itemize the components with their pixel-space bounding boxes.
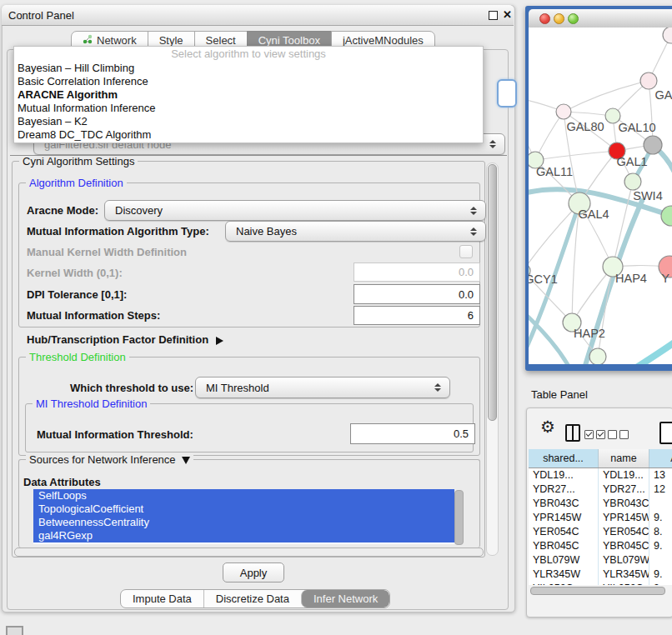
algorithm-option[interactable]: ARACNE Algorithm [14,88,483,102]
zoom-traffic-light[interactable] [568,13,579,24]
unchecked-columns-icon[interactable] [608,430,629,439]
aracne-mode-label: Aracne Mode: [27,204,98,217]
table-row[interactable]: YIL052CYIL052C9. [529,582,672,585]
combo-stepper-icon [470,207,477,215]
table-cell: 9. [649,568,672,582]
node-hap2-label: HAP2 [574,327,605,340]
attribute-item[interactable]: BetweennessCentrality [33,516,454,529]
apply-button[interactable]: Apply [223,562,284,582]
minimize-traffic-light[interactable] [554,13,564,24]
node-gal-partial[interactable] [640,72,657,89]
table-cell: YBL079W [529,553,599,568]
table-row[interactable]: YLR345WYLR345W9. [529,568,672,582]
attributes-list-scrollbar[interactable] [454,490,464,545]
table-cell: YBR045C [529,539,599,553]
hub-definition-toggle[interactable]: Hub/Transcription Factor Definition [27,333,223,346]
attribute-item[interactable]: TopologicalCoefficient [33,502,454,516]
column-header[interactable]: name [599,449,649,468]
column-header[interactable]: A [649,449,672,468]
column-header[interactable]: shared... [529,449,599,468]
table-cell: YLR345W [529,568,599,582]
table-cell: YBL079W [599,553,649,568]
table-row[interactable]: YDL19...YDL19...13 [529,468,672,482]
mi-steps-field[interactable]: 6 [354,306,480,325]
node-swi4[interactable] [624,173,641,190]
gear-icon[interactable]: ⚙ [540,417,555,437]
focused-field-partial[interactable] [497,79,517,108]
node-gal80-label: GAL80 [566,120,604,133]
table-panel-window: ⚙ shared...nameA YDL19...YDL19...13YDR27… [526,408,672,618]
table-header: shared...nameA [529,449,672,468]
table-cell: YDR27... [529,482,599,497]
table-row[interactable]: YER054CYER054C8. [529,525,672,539]
table-row[interactable]: YBR045CYBR045C9. [529,539,672,553]
dpi-tolerance-field[interactable]: 0.0 [354,284,480,304]
tab-infer-network[interactable]: Infer Network [301,590,389,608]
node-gal80[interactable] [556,104,571,119]
mi-threshold-value: 0.5 [454,428,469,440]
node-bottom-partial[interactable] [589,348,606,364]
table-cell: YPR145W [599,511,649,525]
table-cell: 9. [649,511,672,525]
table-cell: YBR043C [599,497,649,511]
network-edge[interactable] [535,151,617,160]
settings-scrollbar-thumb[interactable] [488,164,497,421]
close-traffic-light[interactable] [539,13,550,24]
table-row[interactable]: YPR145WYPR145W9. [529,511,672,525]
mi-threshold-field[interactable]: 0.5 [350,423,475,444]
network-edge[interactable] [564,81,649,112]
algorithm-option[interactable]: Mutual Information Inference [14,102,483,115]
table-cell: 13 [649,468,672,482]
table-row[interactable]: YDR27...YDR27...12 [529,482,672,497]
table-row[interactable]: YBR043CYBR043C [529,497,672,511]
hub-definition-label: Hub/Transcription Factor Definition [27,333,208,346]
column-layout-icon[interactable] [565,424,580,442]
mi-type-select[interactable]: Naive Bayes [225,221,486,242]
table-cell: YIL052C [599,582,649,585]
node-gray[interactable] [644,136,662,154]
table-row[interactable]: YBL079WYBL079W [529,553,672,568]
algorithm-option[interactable]: Dream8 DC_TDC Algorithm [14,128,483,142]
tab-discretize-data[interactable]: Discretize Data [203,590,301,608]
node-salmon-label: Y [661,272,669,285]
group-title: Cyni Algorithm Settings [19,155,138,168]
algorithm-option[interactable]: Bayesian – Hill Climbing [14,62,483,75]
network-edge[interactable] [617,342,672,364]
expand-right-icon [216,337,223,345]
checked-columns-icon[interactable] [584,430,605,439]
mi-threshold-label: Mutual Information Threshold: [37,428,193,441]
network-canvas[interactable]: GALGAL80GAL10GAL1GAL11SWI4GAL4GCY1HAP4YH… [529,28,672,364]
combo-stepper-icon [434,383,441,392]
algorithm-option[interactable]: Basic Correlation Inference [14,75,483,88]
node-top-partial[interactable] [663,28,672,43]
algorithm-option[interactable]: Bayesian – K2 [14,115,483,128]
node-table: shared...nameA YDL19...YDL19...13YDR27..… [529,449,672,585]
table-horizontal-scrollbar[interactable] [530,587,665,595]
aracne-mode-select[interactable]: Discovery [104,200,486,221]
collapsed-panel-icon[interactable] [6,626,23,635]
network-titlebar [529,9,672,28]
table-cell: 8. [649,525,672,539]
which-threshold-select[interactable]: MI Threshold [195,377,450,398]
network-window: GALGAL80GAL10GAL1GAL11SWI4GAL4GCY1HAP4YH… [525,6,672,371]
close-icon[interactable]: ✕ [503,8,512,21]
node-big-green[interactable] [661,206,672,226]
manual-kernel-checkbox[interactable] [459,245,473,258]
attribute-item[interactable]: gal4RGexp [33,529,454,542]
export-table-icon[interactable] [659,422,672,444]
tab-impute-data[interactable]: Impute Data [121,590,203,608]
settings-horizontal-scrollbar[interactable] [14,548,484,557]
node-gal10-label: GAL10 [618,121,655,134]
algorithm-definition-title: Algorithm Definition [26,177,127,189]
kernel-width-label: Kernel Width (0,1): [27,267,123,279]
float-window-icon[interactable] [489,11,498,20]
dpi-tolerance-label: DPI Tolerance [0,1]: [27,288,127,301]
table-cell: YBR045C [599,539,649,553]
network-edge[interactable] [529,203,579,271]
mi-steps-label: Mutual Information Steps: [27,309,160,322]
table-cell: YDR27... [599,482,649,497]
table-panel-title: Table Panel [531,388,588,401]
kernel-width-field[interactable]: 0.0 [354,262,480,282]
attribute-item[interactable]: SelfLoops [33,489,454,502]
sources-title[interactable]: Sources for Network Inference [26,453,193,466]
